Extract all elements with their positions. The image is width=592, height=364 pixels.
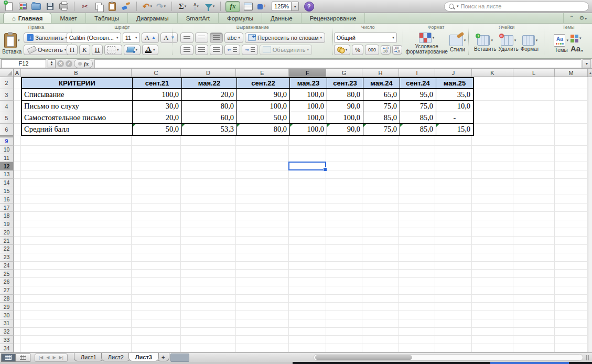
column-header-K[interactable]: K (472, 69, 513, 77)
row-header-19[interactable]: 19 (0, 220, 14, 229)
percent-format-button[interactable]: % (352, 45, 363, 55)
row-header-20[interactable]: 20 (0, 228, 14, 237)
increase-decimal-button[interactable]: ⇐,0,00 (381, 45, 391, 55)
row-header-3[interactable]: 3 (0, 89, 14, 101)
column-header-F[interactable]: F (289, 69, 326, 77)
value-cell[interactable]: 20,0 (133, 112, 182, 124)
sheet-tab-лист1[interactable]: Лист1 (74, 353, 103, 361)
font-name-select[interactable]: Calibri (Основн...▾ (67, 33, 121, 43)
tab-smartart[interactable]: SmartArt (178, 13, 219, 23)
align-left-button[interactable] (180, 45, 193, 55)
confirm-entry-icon[interactable]: ✓ (66, 60, 72, 67)
row-label-cell[interactable]: Письмо по слуху (22, 101, 133, 112)
row-header-18[interactable]: 18 (0, 212, 14, 220)
print-icon[interactable] (58, 1, 69, 12)
value-cell[interactable]: 90,0 (237, 89, 290, 101)
value-cell[interactable]: 15,0 (436, 124, 473, 135)
align-right-button[interactable] (210, 45, 223, 55)
spreadsheet-grid[interactable]: ▲ ABCDEFGHIJKLM2345691011121314151617181… (0, 69, 592, 352)
sheet-tab-scroll-arrows[interactable]: |◀ ◀ ▶ ▶| (35, 354, 68, 362)
row-header-15[interactable]: 15 (0, 187, 14, 196)
value-cell[interactable]: 85,0 (363, 112, 400, 124)
column-header-B[interactable]: B (21, 69, 132, 77)
tab-формулы[interactable]: Формулы (219, 13, 262, 23)
fill-color-button[interactable]: ▾ (124, 45, 141, 55)
row-header-17[interactable]: 17 (0, 204, 14, 212)
themes-button[interactable]: Aa▾ Темы (554, 34, 568, 53)
value-cell[interactable]: 60,0 (182, 112, 237, 124)
orientation-button[interactable]: abc▾ (224, 33, 243, 43)
wrap-text-button[interactable]: Переносить по словам▾ (245, 33, 325, 43)
underline-button[interactable]: П (92, 45, 103, 55)
open-icon[interactable] (30, 1, 42, 12)
number-format-select[interactable]: Общий▾ (334, 33, 397, 43)
row-header-14[interactable]: 14 (0, 179, 14, 187)
value-cell[interactable]: 80,0 (237, 124, 290, 135)
grow-font-button[interactable]: A▲ (142, 33, 159, 43)
search-scope-arrow[interactable]: ▾ (457, 4, 459, 8)
next-sheet-icon[interactable]: ▶ (52, 355, 56, 360)
value-cell[interactable]: 20,0 (182, 89, 237, 101)
value-cell[interactable]: - (436, 112, 473, 124)
new-document-icon[interactable]: + (3, 1, 15, 12)
tab-главная[interactable]: ⌂Главная (3, 13, 51, 23)
column-header-G[interactable]: G (326, 69, 362, 77)
conditional-formatting-button[interactable]: ▾ Условное форматирование (406, 33, 447, 55)
value-cell[interactable]: 85,0 (400, 112, 436, 124)
column-header-D[interactable]: D (181, 69, 236, 77)
zoom-level-box[interactable]: 125% (272, 2, 292, 11)
value-cell[interactable]: 75,0 (363, 124, 400, 135)
table-header-date[interactable]: мая.25 (436, 78, 473, 89)
ribbon-settings-gear-icon[interactable]: ⚙▾ (579, 15, 587, 22)
row-header-29[interactable]: 29 (0, 303, 14, 311)
value-cell[interactable]: 90,0 (327, 124, 363, 135)
formula-input[interactable] (94, 59, 581, 68)
value-cell[interactable]: 100,0 (290, 124, 327, 135)
value-cell[interactable]: 100,0 (133, 89, 182, 101)
align-middle-button[interactable] (195, 33, 208, 43)
fill-button[interactable]: ↓ Заполнить▾ (24, 33, 70, 43)
align-bottom-button[interactable] (210, 33, 223, 43)
row-label-cell[interactable]: Средний балл (22, 124, 133, 135)
horizontal-scrollbar-thumb[interactable] (315, 355, 412, 360)
row-header-4[interactable]: 4 (0, 101, 14, 112)
value-cell[interactable]: 80,0 (182, 101, 237, 112)
merge-cells-button[interactable]: Объединить▾ (260, 45, 312, 55)
row-header-10[interactable]: 10 (0, 146, 14, 154)
insert-cells-button[interactable]: +▾ Вставить (474, 35, 496, 52)
last-sheet-icon[interactable]: ▶| (59, 355, 63, 360)
zoom-dropdown-arrow[interactable]: ▼ (292, 2, 299, 11)
redo-button[interactable]: ↷▾ (155, 1, 167, 12)
search-field[interactable]: ▾ Поиск на листе (444, 2, 589, 12)
value-cell[interactable]: 35,0 (436, 89, 473, 101)
row-header-2[interactable]: 2 (0, 77, 14, 89)
decrease-decimal-button[interactable]: ,00⇒,0 (392, 45, 402, 55)
select-all-corner[interactable] (0, 69, 14, 77)
formatting-palette-icon[interactable] (242, 1, 254, 12)
normal-view-button[interactable] (1, 354, 16, 362)
value-cell[interactable]: 75,0 (400, 101, 436, 112)
value-cell[interactable]: 100,0 (327, 112, 363, 124)
first-sheet-icon[interactable]: |◀ (39, 355, 43, 360)
tab-рецензирование[interactable]: Рецензирование (302, 13, 365, 23)
value-cell[interactable]: 100,0 (290, 89, 327, 101)
value-cell[interactable]: 100,0 (237, 101, 290, 112)
row-header-23[interactable]: 23 (0, 253, 14, 262)
value-cell[interactable]: 90,0 (327, 101, 363, 112)
column-header-I[interactable]: I (399, 69, 435, 77)
styles-button[interactable]: ▾ Стили (449, 35, 466, 52)
collapse-ribbon-icon[interactable]: ⌃ (569, 15, 574, 22)
increase-indent-button[interactable]: ⇒ (242, 45, 258, 55)
resize-grip[interactable] (585, 355, 590, 361)
filter-button[interactable]: ▾ (204, 1, 216, 12)
help-button[interactable]: ? (303, 1, 315, 12)
cancel-entry-icon[interactable]: ✕ (57, 60, 64, 67)
theme-fonts-button[interactable]: Aa▾ (571, 44, 583, 53)
selected-cell-outline[interactable] (288, 162, 326, 170)
thousands-format-button[interactable]: 000 (365, 45, 379, 55)
row-header-12[interactable]: 12 (0, 162, 14, 170)
value-cell[interactable]: 100,0 (290, 112, 327, 124)
font-color-button[interactable]: A▾ (142, 45, 158, 55)
row-header-26[interactable]: 26 (0, 278, 14, 286)
currency-format-button[interactable]: ▾ (334, 45, 351, 55)
